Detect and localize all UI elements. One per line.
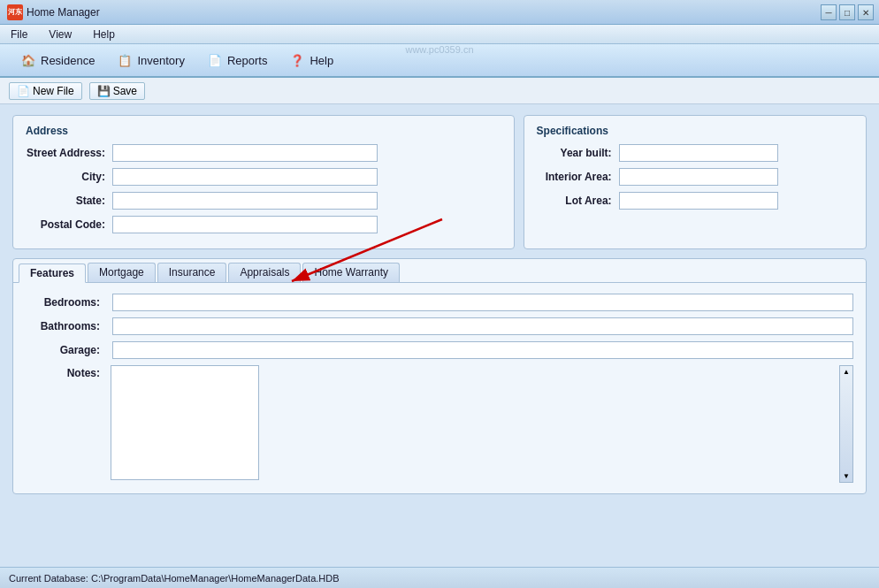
nav-reports-label: Reports xyxy=(227,54,268,67)
postal-code-input[interactable] xyxy=(112,216,378,233)
tab-appraisals[interactable]: Appraisals xyxy=(228,263,301,282)
home-icon: 🏠 xyxy=(19,51,37,69)
save-label: Save xyxy=(113,85,137,97)
main-content: Address Street Address: City: State: Pos… xyxy=(0,104,879,567)
address-panel-title: Address xyxy=(26,125,501,137)
minimize-button[interactable]: ─ xyxy=(821,4,837,20)
nav-residence-label: Residence xyxy=(41,54,95,67)
state-row: State: xyxy=(26,192,501,210)
nav-help[interactable]: ❓ Help xyxy=(279,48,342,73)
lot-area-label: Lot Area: xyxy=(537,195,612,207)
specifications-panel: Specifications Year built: Interior Area… xyxy=(524,115,867,249)
interior-area-label: Interior Area: xyxy=(537,171,612,183)
bathrooms-label: Bathrooms: xyxy=(26,320,105,332)
new-file-icon: 📄 xyxy=(17,85,30,97)
restore-button[interactable]: □ xyxy=(839,4,855,20)
postal-code-row: Postal Code: xyxy=(26,216,501,233)
app-title: Home Manager xyxy=(27,6,100,19)
nav-inventory-label: Inventory xyxy=(137,54,184,67)
street-address-label: Street Address: xyxy=(26,147,105,159)
save-button[interactable]: 💾 Save xyxy=(89,82,145,100)
tab-bar: Features Mortgage Insurance Appraisals H… xyxy=(13,259,866,283)
inventory-icon: 📋 xyxy=(116,51,134,69)
top-panels: Address Street Address: City: State: Pos… xyxy=(12,115,867,249)
scrollbar-up-arrow[interactable]: ▲ xyxy=(843,368,850,376)
save-icon: 💾 xyxy=(97,85,111,97)
bedrooms-row: Bedrooms: xyxy=(26,294,853,311)
lot-area-input[interactable] xyxy=(619,192,778,210)
menu-view[interactable]: View xyxy=(45,27,75,42)
app-logo: 河东 xyxy=(7,4,23,20)
garage-label: Garage: xyxy=(26,344,105,356)
notes-label: Notes: xyxy=(26,365,105,379)
nav-help-label: Help xyxy=(310,54,333,67)
window-controls: ─ □ ✕ xyxy=(821,4,874,20)
reports-icon: 📄 xyxy=(206,51,224,69)
tab-insurance[interactable]: Insurance xyxy=(157,263,227,282)
status-bar: Current Database: C:\ProgramData\HomeMan… xyxy=(0,567,879,588)
notes-textarea[interactable] xyxy=(111,365,259,480)
status-text: Current Database: C:\ProgramData\HomeMan… xyxy=(9,573,340,584)
nav-residence[interactable]: 🏠 Residence xyxy=(11,48,103,73)
scrollbar-down-arrow[interactable]: ▼ xyxy=(843,472,850,480)
year-built-label: Year built: xyxy=(537,147,612,159)
tab-content-features: Bedrooms: Bathrooms: Garage: Notes: ▲ xyxy=(13,283,866,493)
city-label: City: xyxy=(26,171,105,183)
city-row: City: xyxy=(26,168,501,186)
address-panel: Address Street Address: City: State: Pos… xyxy=(12,115,515,249)
specifications-panel-title: Specifications xyxy=(537,125,853,137)
bedrooms-input[interactable] xyxy=(112,294,853,311)
year-built-input[interactable] xyxy=(619,144,778,162)
garage-input[interactable] xyxy=(112,341,853,359)
postal-code-label: Postal Code: xyxy=(26,218,105,231)
nav-inventory[interactable]: 📋 Inventory xyxy=(107,48,193,73)
street-address-input[interactable] xyxy=(112,144,378,162)
menu-bar: File View Help xyxy=(0,25,879,44)
state-label: State: xyxy=(26,195,105,207)
tab-section: Features Mortgage Insurance Appraisals H… xyxy=(12,258,867,494)
bathrooms-input[interactable] xyxy=(112,317,853,335)
tab-mortgage[interactable]: Mortgage xyxy=(88,263,156,282)
nav-bar: 🏠 Residence 📋 Inventory 📄 Reports ❓ Help xyxy=(0,44,879,78)
action-bar: 📄 New File 💾 Save xyxy=(0,78,879,104)
title-bar: 河东 Home Manager ─ □ ✕ xyxy=(0,0,879,25)
garage-row: Garage: xyxy=(26,341,853,359)
close-button[interactable]: ✕ xyxy=(858,4,874,20)
year-built-row: Year built: xyxy=(537,144,853,162)
new-file-label: New File xyxy=(33,85,74,97)
interior-area-row: Interior Area: xyxy=(537,168,853,186)
interior-area-input[interactable] xyxy=(619,168,778,186)
menu-file[interactable]: File xyxy=(7,27,31,42)
state-input[interactable] xyxy=(112,192,378,210)
tab-home-warranty[interactable]: Home Warranty xyxy=(302,263,400,282)
lot-area-row: Lot Area: xyxy=(537,192,853,210)
bedrooms-label: Bedrooms: xyxy=(26,296,105,309)
nav-reports[interactable]: 📄 Reports xyxy=(197,48,277,73)
street-address-row: Street Address: xyxy=(26,144,501,162)
menu-help[interactable]: Help xyxy=(89,27,118,42)
city-input[interactable] xyxy=(112,168,378,186)
new-file-button[interactable]: 📄 New File xyxy=(9,82,82,100)
bathrooms-row: Bathrooms: xyxy=(26,317,853,335)
help-icon: ❓ xyxy=(288,51,306,69)
notes-row: Notes: ▲ ▼ xyxy=(26,365,853,483)
tab-features[interactable]: Features xyxy=(19,263,86,283)
